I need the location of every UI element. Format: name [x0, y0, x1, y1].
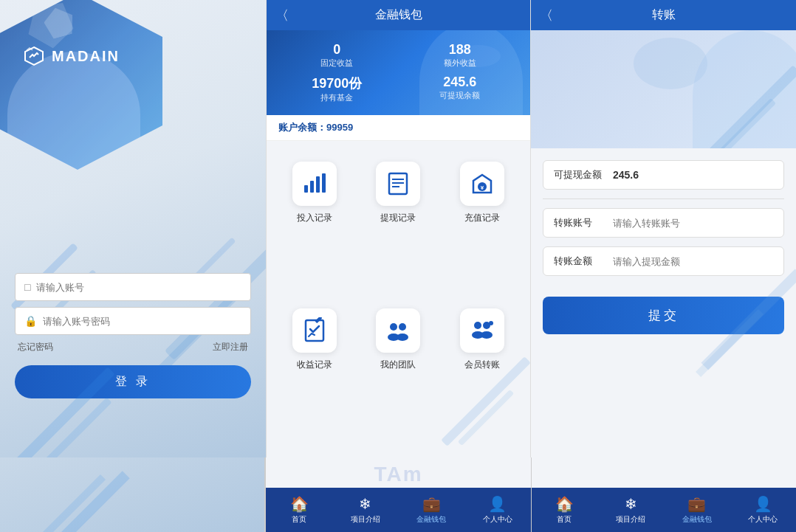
wallet-nav-home[interactable]: 🏠 首页: [277, 495, 321, 525]
wallet-panel: 〈 金融钱包 0 固定收益 188 额外收益 19700份: [266, 0, 531, 457]
wallet-icon-2: 💼: [687, 495, 706, 513]
transfer-title: 转账: [652, 8, 676, 21]
project-icon-2: ❄: [625, 495, 637, 513]
login-panel: MADAIN □ 🔒 忘记密码 立即注册 登 录: [0, 0, 266, 457]
transfer-amount-field[interactable]: 转账金额: [543, 246, 784, 276]
transfer-nav-profile[interactable]: 👤 个人中心: [741, 495, 785, 525]
register-link[interactable]: 立即注册: [213, 341, 248, 353]
wallet-nav-profile-label: 个人中心: [483, 514, 512, 525]
my-team-button[interactable]: 我的团队: [357, 300, 441, 446]
svg-point-16: [474, 322, 481, 329]
logo-text: MADAIN: [52, 48, 120, 65]
bottom-panel-login: [0, 457, 265, 532]
wallet-icons-grid: 投入记录 提现记录 ¥: [267, 141, 530, 457]
svg-point-20: [489, 321, 493, 325]
wallet-nav-project[interactable]: ❄ 项目介绍: [343, 495, 388, 525]
transfer-header: 〈 转账: [531, 0, 796, 30]
lock-icon: 🔒: [24, 315, 37, 327]
wallet-nav-home-label: 首页: [292, 514, 306, 525]
wallet-title: 金融钱包: [375, 8, 422, 21]
svg-rect-2: [316, 176, 320, 193]
wallet-back-button[interactable]: 〈: [275, 7, 289, 24]
income-record-button[interactable]: 收益记录: [272, 300, 357, 446]
bottom-panel-transfer: 🏠 首页 ❄ 项目介绍 💼 金融钱包 👤 个人中心: [532, 457, 796, 532]
project-icon: ❄: [359, 495, 371, 513]
username-field[interactable]: □: [15, 273, 251, 301]
svg-rect-0: [304, 185, 308, 193]
wallet-bottom-nav: 🏠 首页 ❄ 项目介绍 💼 金融钱包 👤 个人中心: [266, 488, 530, 532]
svg-point-19: [481, 331, 493, 339]
tam-watermark: TAm: [374, 463, 422, 486]
wallet-nav-wallet[interactable]: 💼 金融钱包: [409, 495, 453, 525]
wallet-hero: 0 固定收益 188 额外收益 19700份 持有基金 245.6 可提现余额: [267, 30, 530, 115]
username-input[interactable]: [36, 282, 241, 293]
wallet-icon: 💼: [422, 495, 441, 513]
svg-rect-3: [322, 173, 326, 193]
stat-fixed-income: 0 固定收益: [278, 42, 396, 69]
profile-icon: 👤: [488, 495, 507, 513]
member-transfer-button[interactable]: 会员转账: [440, 300, 524, 446]
svg-point-13: [399, 323, 406, 331]
password-input[interactable]: [43, 316, 241, 327]
transfer-account-field[interactable]: 转账账号: [543, 208, 784, 238]
recharge-record-button[interactable]: ¥ 充值记录: [440, 153, 524, 300]
svg-point-12: [390, 323, 397, 331]
user-icon: □: [24, 281, 30, 293]
transfer-panel: 〈 转账 可提现金额 245.6 转账账号: [531, 0, 796, 457]
stat-extra-income: 188 额外收益: [402, 42, 519, 69]
wallet-nav-wallet-label: 金融钱包: [416, 514, 446, 525]
svg-rect-1: [310, 181, 314, 193]
transfer-account-input[interactable]: [613, 218, 773, 229]
withdraw-record-button[interactable]: 提现记录: [357, 153, 441, 300]
transfer-nav-wallet[interactable]: 💼 金融钱包: [675, 495, 719, 525]
transfer-bottom-nav: 🏠 首页 ❄ 项目介绍 💼 金融钱包 👤 个人中心: [532, 488, 796, 532]
home-icon: 🏠: [290, 495, 309, 513]
transfer-nav-project-label: 项目介绍: [616, 514, 645, 525]
password-field[interactable]: 🔒: [15, 307, 251, 335]
transfer-back-button[interactable]: 〈: [540, 7, 553, 24]
wallet-nav-profile[interactable]: 👤 个人中心: [476, 495, 520, 525]
transfer-nav-project[interactable]: ❄ 项目介绍: [608, 495, 653, 525]
home-icon-2: 🏠: [555, 495, 574, 513]
transfer-nav-wallet-label: 金融钱包: [682, 514, 712, 525]
transfer-nav-home-label: 首页: [557, 514, 572, 525]
withdrawable-amount-field: 可提现金额 245.6: [543, 160, 784, 190]
invest-record-button[interactable]: 投入记录: [272, 153, 357, 300]
transfer-nav-home[interactable]: 🏠 首页: [542, 495, 586, 525]
forgot-password-link[interactable]: 忘记密码: [18, 341, 53, 353]
transfer-amount-input[interactable]: [613, 256, 773, 267]
login-button[interactable]: 登 录: [15, 365, 251, 398]
wallet-balance-bar: 账户余额：99959: [267, 115, 530, 141]
transfer-nav-profile-label: 个人中心: [748, 514, 778, 525]
svg-point-15: [397, 334, 408, 341]
profile-icon-2: 👤: [754, 495, 772, 513]
wallet-header: 〈 金融钱包: [267, 0, 530, 30]
bottom-panel-wallet: TAm 🏠 首页 ❄ 项目介绍 💼 金融钱包 👤 个人中心: [265, 457, 531, 532]
stat-withdrawable: 245.6 可提现余额: [402, 75, 519, 103]
wallet-nav-project-label: 项目介绍: [351, 514, 380, 525]
stat-fund-held: 19700份 持有基金: [278, 75, 396, 103]
svg-text:¥: ¥: [481, 184, 484, 191]
bottom-area: TAm 🏠 首页 ❄ 项目介绍 💼 金融钱包 👤 个人中心 🏠: [0, 457, 796, 532]
